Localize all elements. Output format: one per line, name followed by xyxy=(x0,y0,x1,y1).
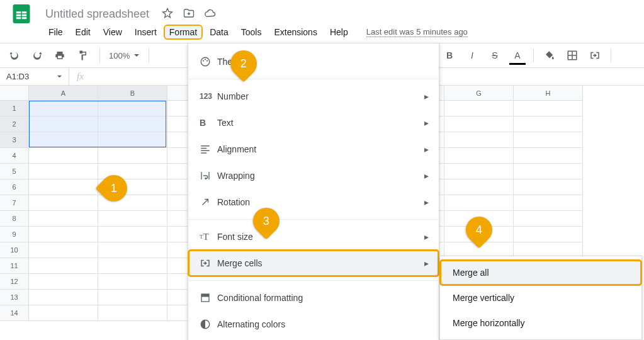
cell[interactable] xyxy=(29,148,98,164)
menu-help[interactable]: Help xyxy=(324,25,354,40)
cell[interactable] xyxy=(514,195,583,211)
strikethrough-button[interactable]: S xyxy=(487,47,503,64)
menu-alternating-colors[interactable]: Alternating colors xyxy=(188,311,439,337)
cell[interactable] xyxy=(29,227,98,242)
cell[interactable] xyxy=(29,211,98,227)
col-header[interactable]: B xyxy=(98,86,167,101)
row-header[interactable]: 13 xyxy=(0,290,29,305)
borders-button[interactable] xyxy=(564,47,580,64)
undo-button[interactable] xyxy=(6,47,23,64)
cell[interactable] xyxy=(29,179,98,195)
col-header[interactable]: G xyxy=(444,86,514,101)
doc-title[interactable]: Untitled spreadsheet xyxy=(42,6,153,22)
menu-insert[interactable]: Insert xyxy=(129,25,162,40)
print-button[interactable] xyxy=(52,47,68,64)
cell[interactable] xyxy=(98,116,167,132)
cell[interactable] xyxy=(444,116,514,132)
merge-button[interactable] xyxy=(587,47,603,64)
menu-data[interactable]: Data xyxy=(204,25,234,40)
menu-alignment[interactable]: Alignment ▸ xyxy=(188,136,439,162)
cell[interactable] xyxy=(29,290,98,305)
cell[interactable] xyxy=(98,305,167,321)
cell[interactable] xyxy=(29,274,98,290)
cell[interactable] xyxy=(29,305,98,321)
merge-all[interactable]: Merge all xyxy=(440,260,641,285)
row-header[interactable]: 12 xyxy=(0,274,29,290)
star-icon[interactable] xyxy=(162,8,173,21)
cell[interactable] xyxy=(98,258,167,274)
paint-format-button[interactable] xyxy=(74,47,91,64)
row-header[interactable]: 1 xyxy=(0,101,29,116)
cell[interactable] xyxy=(444,179,514,195)
menu-theme[interactable]: Theme xyxy=(188,48,439,75)
italic-button[interactable]: I xyxy=(464,47,480,64)
menu-conditional-formatting[interactable]: Conditional formatting xyxy=(188,285,439,311)
row-header[interactable]: 8 xyxy=(0,211,29,227)
row-header[interactable]: 2 xyxy=(0,116,29,132)
cell[interactable] xyxy=(98,148,167,164)
menu-edit[interactable]: Edit xyxy=(70,25,96,40)
cell[interactable] xyxy=(29,242,98,258)
menu-merge-cells[interactable]: Merge cells ▸ xyxy=(188,250,439,276)
text-color-button[interactable]: A xyxy=(509,47,526,64)
row-header[interactable]: 4 xyxy=(0,148,29,164)
menu-tools[interactable]: Tools xyxy=(235,25,268,40)
merge-vertically[interactable]: Merge vertically xyxy=(440,285,641,310)
zoom-selector[interactable]: 100% xyxy=(109,51,140,60)
cell[interactable] xyxy=(444,132,514,148)
move-icon[interactable] xyxy=(183,8,195,21)
cell[interactable] xyxy=(98,101,167,116)
sheets-logo[interactable] xyxy=(9,1,34,26)
cloud-icon[interactable] xyxy=(205,8,216,21)
row-header[interactable]: 10 xyxy=(0,242,29,258)
row-header[interactable]: 5 xyxy=(0,164,29,179)
cell[interactable] xyxy=(514,132,583,148)
menu-file[interactable]: File xyxy=(43,25,69,40)
cell[interactable] xyxy=(98,227,167,242)
cell[interactable] xyxy=(514,227,583,242)
cell[interactable] xyxy=(29,258,98,274)
name-box[interactable]: A1:D3 xyxy=(0,68,69,85)
cell[interactable] xyxy=(444,195,514,211)
row-header[interactable]: 3 xyxy=(0,132,29,148)
cell[interactable] xyxy=(514,164,583,179)
cell[interactable] xyxy=(514,101,583,116)
cell[interactable] xyxy=(514,211,583,227)
cell[interactable] xyxy=(29,101,98,116)
menu-format[interactable]: Format xyxy=(164,25,203,40)
menu-extensions[interactable]: Extensions xyxy=(268,25,322,40)
cell[interactable] xyxy=(514,179,583,195)
row-header[interactable]: 7 xyxy=(0,195,29,211)
last-edit-link[interactable]: Last edit was 5 minutes ago xyxy=(366,27,468,37)
row-header[interactable]: 11 xyxy=(0,258,29,274)
row-header[interactable]: 14 xyxy=(0,305,29,321)
row-header[interactable]: 9 xyxy=(0,227,29,242)
cell[interactable] xyxy=(98,274,167,290)
cell[interactable] xyxy=(98,132,167,148)
cell[interactable] xyxy=(29,164,98,179)
merge-horizontally[interactable]: Merge horizontally xyxy=(440,310,641,336)
cell[interactable] xyxy=(29,116,98,132)
cell[interactable] xyxy=(98,290,167,305)
cell[interactable] xyxy=(29,195,98,211)
col-header[interactable]: A xyxy=(29,86,98,101)
select-all-corner[interactable] xyxy=(0,86,29,101)
col-header[interactable]: H xyxy=(514,86,583,101)
cell[interactable] xyxy=(444,164,514,179)
menu-font-size[interactable]: TT Font size ▸ xyxy=(188,224,439,250)
cell[interactable] xyxy=(98,242,167,258)
row-header[interactable]: 6 xyxy=(0,179,29,195)
menu-number[interactable]: 123 Number ▸ xyxy=(188,83,439,110)
fill-color-button[interactable] xyxy=(541,47,558,64)
cell[interactable] xyxy=(514,116,583,132)
cell[interactable] xyxy=(514,148,583,164)
menu-text[interactable]: B Text ▸ xyxy=(188,110,439,136)
cell[interactable] xyxy=(98,211,167,227)
cell[interactable] xyxy=(444,101,514,116)
bold-button[interactable]: B xyxy=(441,47,458,64)
menu-wrapping[interactable]: Wrapping ▸ xyxy=(188,162,439,189)
cell[interactable] xyxy=(29,132,98,148)
menu-rotation[interactable]: Rotation ▸ xyxy=(188,189,439,215)
menu-view[interactable]: View xyxy=(98,25,128,40)
redo-button[interactable] xyxy=(29,47,45,64)
